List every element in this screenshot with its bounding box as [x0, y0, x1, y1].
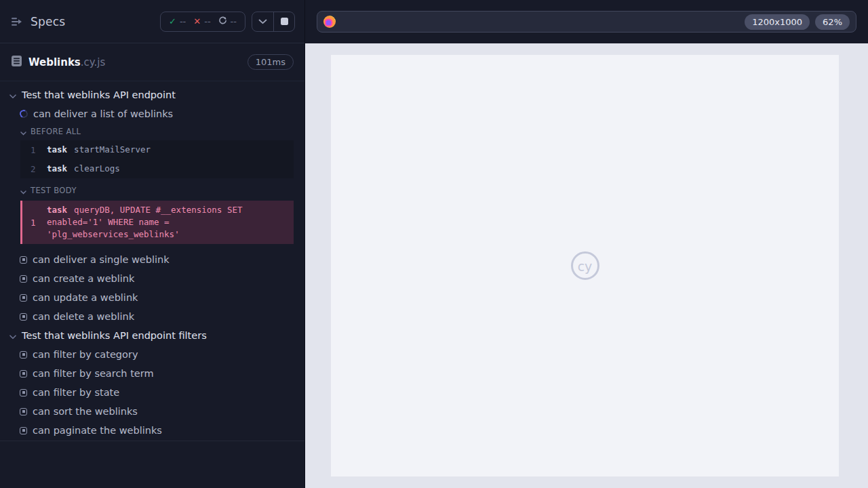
reporter-header: Specs ✓ -- ✕ -- — [0, 0, 304, 43]
test-body-section[interactable]: TEST BODY — [0, 182, 304, 199]
before-all-log-group: 1 taskstartMailServer 2 taskclearLogs — [20, 140, 294, 178]
command-name: task — [47, 144, 67, 155]
stat-passed: ✓ -- — [169, 16, 186, 26]
runner-stage: cy — [305, 43, 868, 488]
pending-test-icon — [20, 370, 27, 378]
command-args: queryDB, UPDATE #__extensions SET enable… — [47, 205, 242, 239]
specs-menu-toggle-icon[interactable] — [9, 14, 24, 29]
running-count: -- — [231, 16, 237, 26]
test-tree: Test that weblinks API endpoint can deli… — [0, 81, 304, 441]
test-title: can filter by state — [33, 387, 119, 398]
viewport-size-badge[interactable]: 1200x1000 — [745, 14, 810, 30]
chevron-down-icon — [20, 125, 26, 138]
command-name: task — [47, 205, 67, 215]
command-name: task — [47, 163, 67, 174]
x-icon: ✕ — [193, 17, 201, 26]
command-number: 1 — [22, 218, 47, 228]
test-row-pending[interactable]: can update a weblink — [0, 288, 304, 307]
chevron-down-icon — [9, 329, 16, 342]
test-row-pending[interactable]: can paginate the weblinks — [0, 421, 304, 440]
pending-test-icon — [20, 294, 27, 302]
suite-row[interactable]: Test that weblinks API endpoint — [0, 85, 304, 104]
test-row-pending[interactable]: can delete a weblink — [0, 307, 304, 326]
pending-test-icon — [20, 389, 27, 396]
running-refresh-icon — [218, 16, 227, 26]
running-spinner-icon — [18, 108, 28, 119]
command-message: taskstartMailServer — [47, 140, 294, 159]
pending-test-icon — [20, 256, 27, 264]
section-label: BEFORE ALL — [31, 127, 81, 136]
suite-row[interactable]: Test that weblinks API endpoint filters — [0, 326, 304, 345]
test-row-pending[interactable]: can create a weblink — [0, 269, 304, 288]
command-message: taskqueryDB, UPDATE #__extensions SET en… — [47, 201, 294, 244]
pending-test-icon — [20, 427, 27, 434]
spec-name: Weblinks.cy.js — [28, 56, 105, 68]
spec-extension: .cy.js — [81, 56, 106, 68]
pending-test-icon — [20, 275, 27, 283]
pending-test-icon — [20, 313, 27, 321]
stop-icon — [281, 18, 288, 25]
chevron-down-icon — [258, 16, 267, 26]
section-label: TEST BODY — [31, 186, 77, 195]
spec-file-icon — [11, 55, 22, 70]
test-stats-summary: ✓ -- ✕ -- -- — [160, 12, 245, 32]
specs-title: Specs — [31, 15, 65, 28]
test-title: can delete a weblink — [33, 311, 134, 322]
command-number: 1 — [20, 145, 47, 155]
passed-count: -- — [180, 16, 186, 26]
test-row-pending[interactable]: can filter by search term — [0, 364, 304, 383]
runner-main: 1200x1000 62% cy — [305, 0, 868, 488]
command-args: clearLogs — [74, 163, 120, 174]
stat-failed: ✕ -- — [193, 16, 210, 26]
test-body-log-group-highlighted: 1 taskqueryDB, UPDATE #__extensions SET … — [20, 201, 294, 244]
test-title: can deliver a list of weblinks — [33, 108, 173, 119]
cypress-app: Specs ✓ -- ✕ -- — [0, 0, 868, 488]
url-bar[interactable]: 1200x1000 62% — [317, 11, 856, 33]
chevron-down-icon — [20, 184, 26, 197]
test-title: can deliver a single weblink — [33, 254, 170, 265]
spec-file-row[interactable]: Weblinks.cy.js 101ms — [0, 43, 304, 81]
test-title: can sort the weblinks — [33, 406, 138, 417]
cypress-logo-watermark: cy — [571, 251, 599, 280]
failed-count: -- — [204, 16, 210, 26]
test-row-pending[interactable]: can filter by state — [0, 383, 304, 402]
command-args: startMailServer — [74, 144, 151, 155]
test-title: can update a weblink — [33, 292, 138, 303]
test-row-pending[interactable]: can deliver a single weblink — [0, 250, 304, 269]
check-icon: ✓ — [169, 17, 176, 26]
suite-title: Test that weblinks API endpoint — [22, 89, 176, 100]
test-title: can filter by category — [33, 349, 138, 360]
reporter-sidebar: Specs ✓ -- ✕ -- — [0, 0, 305, 488]
command-log-row[interactable]: 1 taskqueryDB, UPDATE #__extensions SET … — [22, 201, 294, 244]
stop-run-button[interactable] — [273, 12, 294, 31]
command-log-row[interactable]: 1 taskstartMailServer — [20, 140, 294, 159]
test-title: can filter by search term — [33, 368, 154, 379]
reporter-empty-area — [0, 441, 304, 488]
runner-topbar: 1200x1000 62% — [305, 0, 868, 43]
suite-title: Test that weblinks API endpoint filters — [22, 330, 207, 341]
test-title: can paginate the weblinks — [33, 425, 162, 436]
pending-test-icon — [20, 408, 27, 415]
test-row-pending[interactable]: can filter by category — [0, 345, 304, 364]
zoom-level-badge[interactable]: 62% — [815, 14, 850, 30]
chevron-down-icon — [9, 89, 16, 102]
runner-controls — [252, 12, 295, 32]
test-row-pending[interactable]: can sort the weblinks — [0, 402, 304, 421]
spec-duration-badge: 101ms — [248, 54, 294, 70]
collapse-all-button[interactable] — [252, 12, 273, 31]
firefox-browser-icon — [323, 16, 336, 28]
command-message: taskclearLogs — [47, 159, 294, 178]
stat-running: -- — [218, 16, 237, 26]
test-row-running[interactable]: can deliver a list of weblinks — [0, 104, 304, 123]
command-log-row[interactable]: 2 taskclearLogs — [20, 159, 294, 178]
test-title: can create a weblink — [33, 273, 134, 284]
app-under-test-viewport[interactable]: cy — [331, 55, 839, 476]
command-number: 2 — [20, 164, 47, 174]
pending-test-icon — [20, 351, 27, 359]
before-all-section[interactable]: BEFORE ALL — [0, 123, 304, 140]
